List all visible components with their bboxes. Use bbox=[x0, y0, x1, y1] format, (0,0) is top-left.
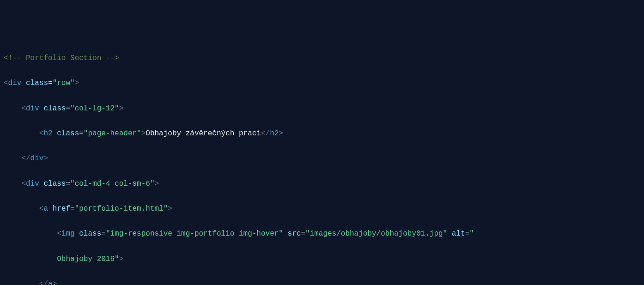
token-tag: h2 bbox=[43, 129, 52, 138]
indent bbox=[4, 205, 39, 213]
token-eq: = bbox=[101, 230, 106, 238]
token-comment: <!-- Portfolio Section --> bbox=[4, 54, 119, 62]
code-line[interactable]: <div class="row"> bbox=[4, 77, 644, 90]
token-text: Obhajoby závěrečných prací bbox=[146, 129, 261, 138]
token-string: "images/obhajoby/obhajoby01.jpg" bbox=[305, 230, 447, 238]
code-line[interactable]: <!-- Portfolio Section --> bbox=[4, 52, 644, 65]
code-line[interactable]: <h2 class="page-header">Obhajoby závěreč… bbox=[4, 127, 644, 140]
token-attr-name: class bbox=[79, 230, 101, 238]
code-line[interactable]: <img class="img-responsive img-portfolio… bbox=[4, 228, 644, 240]
token-bracket: < bbox=[39, 129, 44, 138]
token-attr-name: src bbox=[288, 230, 301, 238]
token-bracket: < bbox=[57, 230, 61, 238]
token-bracket: > bbox=[119, 104, 124, 113]
token-tag: a bbox=[43, 205, 48, 213]
token-string: "portfolio-item.html" bbox=[75, 205, 168, 213]
token-eq: = bbox=[301, 230, 305, 238]
token-bracket: < bbox=[39, 205, 44, 213]
token-string: "row" bbox=[53, 79, 75, 87]
token-tag: a bbox=[48, 280, 53, 285]
token-text bbox=[21, 79, 26, 87]
token-eq: = bbox=[48, 79, 53, 87]
token-bracket: </ bbox=[261, 129, 270, 138]
token-bracket: < bbox=[4, 79, 8, 87]
token-text bbox=[75, 230, 79, 238]
code-line[interactable]: <div class="col-md-4 col-sm-6"> bbox=[4, 178, 644, 190]
token-bracket: > bbox=[141, 129, 146, 138]
token-eq: = bbox=[465, 230, 470, 238]
token-tag: div bbox=[26, 104, 39, 113]
indent bbox=[4, 230, 57, 238]
token-bracket: > bbox=[53, 280, 57, 285]
token-string: "col-md-4 col-sm-6" bbox=[70, 180, 154, 188]
code-line[interactable]: </a> bbox=[4, 278, 644, 285]
token-bracket: </ bbox=[39, 280, 48, 285]
token-text bbox=[447, 230, 452, 238]
indent bbox=[4, 280, 39, 285]
code-line[interactable]: </div> bbox=[4, 152, 644, 165]
token-bracket: > bbox=[279, 129, 283, 138]
token-tag: div bbox=[8, 79, 22, 87]
token-text bbox=[39, 104, 44, 113]
token-bracket: < bbox=[21, 180, 26, 188]
token-eq: = bbox=[66, 104, 70, 113]
token-bracket: < bbox=[21, 104, 26, 113]
token-tag: img bbox=[61, 230, 75, 238]
token-text bbox=[283, 230, 288, 238]
indent bbox=[4, 255, 57, 263]
code-line[interactable]: <div class="col-lg-12"> bbox=[4, 103, 644, 115]
indent bbox=[4, 104, 21, 113]
indent bbox=[4, 180, 21, 188]
token-string: Obhajoby 2016" bbox=[57, 255, 119, 263]
token-attr-name: class bbox=[43, 180, 66, 188]
token-text bbox=[39, 180, 44, 188]
token-string: "col-lg-12" bbox=[70, 104, 119, 113]
token-attr-name: href bbox=[53, 205, 70, 213]
token-tag: div bbox=[26, 180, 39, 188]
token-bracket: > bbox=[75, 79, 79, 87]
code-line[interactable]: Obhajoby 2016"> bbox=[4, 253, 644, 266]
token-bracket: > bbox=[155, 180, 159, 188]
token-eq: = bbox=[79, 129, 84, 138]
token-attr-name: alt bbox=[452, 230, 465, 238]
token-bracket: > bbox=[168, 205, 172, 213]
token-eq: = bbox=[70, 205, 75, 213]
token-tag: div bbox=[30, 154, 44, 163]
token-string: "img-responsive img-portfolio img-hover" bbox=[106, 230, 283, 238]
token-string: "page-header" bbox=[84, 129, 141, 138]
token-bracket: > bbox=[43, 154, 48, 163]
token-attr-name: class bbox=[43, 104, 66, 113]
code-line[interactable]: <a href="portfolio-item.html"> bbox=[4, 203, 644, 215]
token-bracket: > bbox=[119, 255, 124, 263]
token-text bbox=[48, 205, 53, 213]
token-attr-name: class bbox=[57, 129, 79, 138]
token-tag: h2 bbox=[270, 129, 279, 138]
token-bracket: </ bbox=[21, 154, 30, 163]
indent bbox=[4, 129, 39, 138]
token-eq: = bbox=[66, 180, 70, 188]
token-attr-name: class bbox=[26, 79, 48, 87]
token-string: " bbox=[469, 230, 474, 238]
code-editor[interactable]: <!-- Portfolio Section --> <div class="r… bbox=[4, 52, 644, 285]
token-text bbox=[53, 129, 57, 138]
indent bbox=[4, 154, 21, 163]
